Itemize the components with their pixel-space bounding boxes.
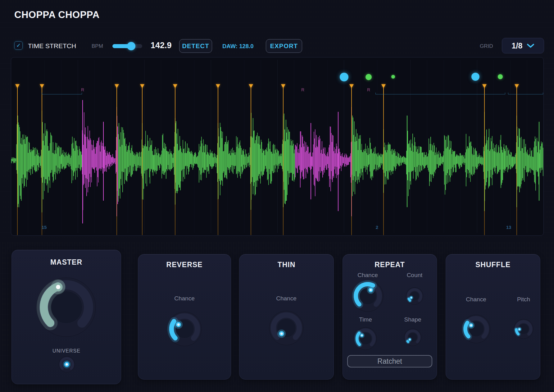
repeat-chance-knob[interactable]: [351, 280, 384, 312]
slice-marker-line: [116, 87, 117, 235]
thin-title: THIN: [239, 254, 334, 269]
thin-chance-knob[interactable]: [268, 310, 304, 346]
slice-marker[interactable]: [249, 84, 253, 88]
check-icon: ✓: [16, 42, 20, 49]
reverse-title: REVERSE: [138, 254, 231, 269]
waveform-display[interactable]: RRR15213: [11, 57, 544, 236]
slice-marker[interactable]: [281, 84, 285, 88]
universe-label: UNIVERSE: [52, 348, 80, 354]
panel-shuffle: SHUFFLE Chance Pitch: [446, 254, 540, 380]
shuffle-pitch-knob[interactable]: [513, 319, 534, 339]
repeat-count-label: Count: [407, 272, 423, 279]
slice-marker-line: [383, 87, 384, 235]
shuffle-pitch-label: Pitch: [517, 296, 530, 303]
page-title: CHOPPA CHOPPA: [14, 9, 100, 21]
bpm-slider-thumb[interactable]: [127, 42, 135, 50]
status-dot-green: [366, 74, 372, 80]
slice-marker[interactable]: [482, 84, 487, 88]
shuffle-chance-knob[interactable]: [461, 314, 491, 344]
status-dot-green: [391, 75, 395, 79]
loop-region-bracket: [508, 93, 543, 94]
reverse-chance-knob[interactable]: [166, 311, 202, 347]
time-stretch-checkbox[interactable]: ✓: [14, 41, 23, 50]
grid-value: 1/8: [512, 41, 523, 50]
chevron-down-icon: [527, 44, 534, 48]
slice-marker-line: [17, 87, 18, 235]
slice-marker-line: [283, 87, 284, 235]
slice-marker[interactable]: [15, 84, 20, 88]
slice-marker-line: [218, 87, 218, 235]
grid-label: GRID: [480, 43, 493, 49]
status-dot-blue: [340, 73, 348, 81]
export-button[interactable]: EXPORT: [266, 39, 302, 53]
slice-marker-line: [516, 87, 517, 235]
shuffle-title: SHUFFLE: [446, 254, 540, 269]
slice-marker[interactable]: [173, 84, 177, 88]
repeat-time-knob[interactable]: [354, 327, 377, 350]
panel-master: MASTER UNIVERSE: [11, 250, 121, 384]
slice-marker[interactable]: [115, 84, 119, 88]
slice-marker[interactable]: [40, 84, 44, 88]
slice-marker-line: [42, 87, 42, 235]
repeat-chance-label: Chance: [357, 272, 378, 279]
repeat-count-knob[interactable]: [406, 287, 424, 305]
slice-marker[interactable]: [140, 84, 144, 88]
master-knob[interactable]: [35, 276, 97, 338]
panel-thin: THIN Chance: [239, 254, 334, 380]
slice-marker-line: [142, 87, 143, 235]
status-dot-green: [498, 74, 503, 79]
slice-marker[interactable]: [381, 84, 386, 88]
thin-chance-label: Chance: [276, 295, 297, 302]
universe-knob[interactable]: [58, 356, 75, 373]
slice-marker-line: [175, 87, 175, 235]
slice-marker-line: [351, 87, 352, 235]
ratchet-button[interactable]: Ratchet: [347, 355, 432, 367]
slice-number-label: 2: [376, 225, 378, 230]
status-dot-blue: [471, 73, 479, 81]
repeat-shape-label: Shape: [404, 316, 421, 323]
daw-bpm-readout: DAW: 128.0: [222, 43, 253, 50]
bpm-value: 142.9: [151, 41, 172, 50]
slice-number-label: 15: [42, 225, 47, 230]
panel-repeat: REPEAT Chance Count Time Shape Ratchet: [343, 254, 437, 380]
bpm-slider[interactable]: [112, 44, 142, 48]
slice-marker-line: [251, 87, 251, 235]
repeat-shape-knob[interactable]: [404, 328, 422, 346]
shuffle-chance-label: Chance: [466, 296, 486, 303]
slice-number-label: 13: [506, 225, 511, 230]
panel-reverse: REVERSE Chance: [138, 254, 231, 380]
slice-marker-line: [484, 87, 485, 235]
waveform-canvas[interactable]: [11, 57, 543, 235]
loop-region-bracket: [375, 93, 505, 94]
reverse-chance-label: Chance: [174, 295, 195, 302]
bpm-label: BPM: [92, 43, 103, 49]
loop-region-bracket: [42, 93, 82, 94]
slice-marker[interactable]: [216, 84, 220, 88]
slice-marker[interactable]: [515, 84, 519, 88]
master-title: MASTER: [12, 250, 121, 267]
time-stretch-label: TIME STRETCH: [28, 42, 76, 50]
detect-button[interactable]: DETECT: [179, 39, 212, 53]
grid-dropdown[interactable]: 1/8: [502, 38, 544, 53]
plugin-window: CHOPPA CHOPPA ✓ TIME STRETCH BPM 142.9 D…: [0, 0, 554, 392]
reverse-slice-label: R: [367, 87, 370, 92]
repeat-time-label: Time: [359, 316, 372, 323]
slice-marker[interactable]: [349, 84, 354, 88]
repeat-title: REPEAT: [343, 254, 437, 269]
reverse-slice-label: R: [301, 87, 304, 92]
reverse-slice-label: R: [81, 87, 84, 92]
